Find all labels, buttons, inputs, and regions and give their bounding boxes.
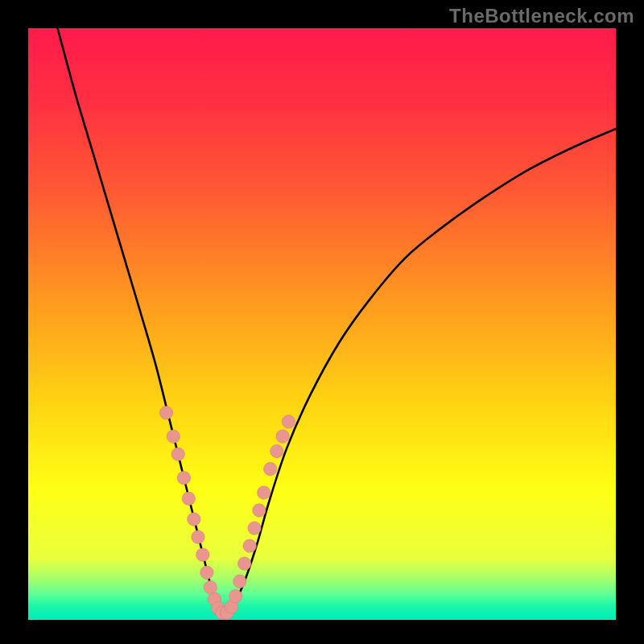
marker-point [282,415,295,428]
marker-point [253,504,266,517]
chart-svg [0,0,644,644]
marker-point [204,580,217,593]
marker-point [188,513,200,526]
marker-point [229,589,242,602]
marker-point [264,462,277,475]
marker-point [237,557,250,570]
marker-point [258,486,270,499]
marker-point [182,492,195,505]
marker-point [270,444,283,457]
marker-point [233,575,246,588]
marker-point [171,448,184,460]
marker-point [159,407,172,419]
watermark-text: TheBottleneck.com [449,5,634,27]
marker-point [243,539,256,552]
marker-point [276,430,289,443]
marker-point [200,566,213,579]
marker-point [196,548,209,561]
marker-point [192,530,204,543]
chart-background [28,28,616,620]
marker-point [167,430,180,443]
marker-point [248,522,261,535]
chart-frame: TheBottleneck.com [0,0,644,644]
marker-point [177,471,190,484]
